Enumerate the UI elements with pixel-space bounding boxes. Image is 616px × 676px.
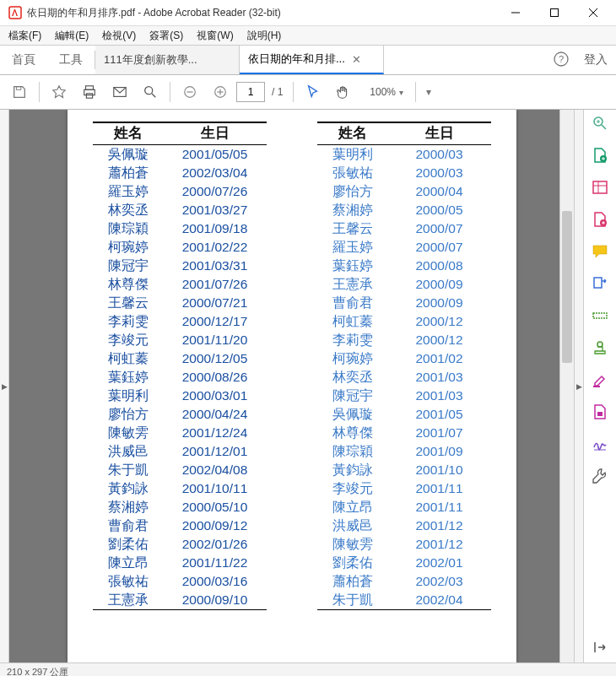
zoom-level[interactable]: 100% <box>370 86 396 98</box>
email-icon[interactable] <box>105 78 134 106</box>
table-row: 蕭柏蒼2002/03 <box>317 572 491 591</box>
cell-bday: 2001/03/31 <box>164 257 267 275</box>
vertical-scrollbar[interactable] <box>559 110 574 662</box>
table-row: 羅玉婷2000/07/26 <box>93 182 267 201</box>
table-row: 柯虹蓁2000/12 <box>317 312 491 331</box>
table-row: 陳冠宇2001/03 <box>317 387 491 405</box>
select-tool-icon[interactable] <box>299 78 327 106</box>
search-plus-icon[interactable] <box>592 115 608 132</box>
close-tab-icon[interactable]: ✕ <box>352 53 361 66</box>
cell-bday: 2000/04 <box>388 182 491 201</box>
table-row: 林尊傑2001/07/26 <box>93 275 267 294</box>
edit-pdf-icon[interactable] <box>592 211 608 228</box>
cell-name: 張敏祐 <box>317 164 388 182</box>
highlight-icon[interactable] <box>592 371 608 388</box>
svg-text:?: ? <box>559 54 564 64</box>
col-name: 姓名 <box>317 122 388 145</box>
cell-name: 林奕丞 <box>317 368 388 387</box>
left-panel-toggle[interactable]: ▶ <box>0 110 9 662</box>
doc-tab-2[interactable]: 依日期的年和月排... ✕ <box>240 46 384 74</box>
main-area: ▶ 姓名 生日 吳佩璇2001/05/05蕭柏蒼2002/03/04羅玉婷200… <box>0 110 616 662</box>
table-row: 李竣元2001/11 <box>317 479 491 498</box>
menu-file[interactable]: 檔案(F) <box>5 28 45 44</box>
sign-icon[interactable] <box>592 435 608 452</box>
tab-home[interactable]: 首頁 <box>0 46 47 74</box>
tab-tools[interactable]: 工具 <box>47 46 95 74</box>
table-row: 廖怡方2000/04/24 <box>93 405 267 424</box>
table-row: 柯虹蓁2000/12/05 <box>93 349 267 368</box>
save-file-icon[interactable] <box>592 403 608 420</box>
star-icon[interactable] <box>45 78 73 106</box>
more-tools-dropdown[interactable]: ▾ <box>426 86 431 98</box>
cell-name: 柯琬婷 <box>317 349 388 368</box>
cell-bday: 2000/05 <box>388 201 491 219</box>
cell-bday: 2000/05/10 <box>164 498 267 516</box>
help-icon[interactable]: ? <box>554 51 569 69</box>
cell-bday: 2000/07/21 <box>164 294 267 312</box>
cell-name: 王憲承 <box>317 275 388 294</box>
svg-rect-2 <box>551 9 559 17</box>
table-right: 姓名 生日 葉明利2000/03張敏祐2000/03廖怡方2000/04蔡湘婷2… <box>317 122 491 610</box>
cell-name: 陳琮穎 <box>93 219 164 238</box>
scrollbar-thumb[interactable] <box>562 211 572 363</box>
table-row: 蔡湘婷2000/05/10 <box>93 498 267 516</box>
cell-bday: 2000/09 <box>388 275 491 294</box>
table-row: 林尊傑2001/07 <box>317 424 491 442</box>
cell-name: 王馨云 <box>93 294 164 312</box>
cell-bday: 2001/09/18 <box>164 219 267 238</box>
zoom-dropdown-icon[interactable]: ▾ <box>399 88 403 97</box>
table-row: 吳佩璇2001/05/05 <box>93 145 267 165</box>
cell-name: 柯虹蓁 <box>317 312 388 331</box>
hand-tool-icon[interactable] <box>329 78 358 106</box>
table-row: 吳佩璇2001/05 <box>317 405 491 424</box>
comment-icon[interactable] <box>592 243 608 260</box>
table-row: 蕭柏蒼2002/03/04 <box>93 164 267 182</box>
maximize-button[interactable] <box>535 0 574 25</box>
table-row: 洪威邑2001/12 <box>317 516 491 535</box>
zoom-in-icon[interactable] <box>206 78 235 106</box>
print-icon[interactable] <box>75 78 104 106</box>
minimize-button[interactable] <box>496 0 535 25</box>
cell-bday: 2001/07/26 <box>164 275 267 294</box>
menu-sign[interactable]: 簽署(S) <box>146 28 186 44</box>
login-button[interactable]: 登入 <box>584 52 608 68</box>
table-row: 陳冠宇2001/03/31 <box>93 257 267 275</box>
close-button[interactable] <box>574 0 613 25</box>
cell-name: 朱于凱 <box>93 461 164 479</box>
cell-name: 蔡湘婷 <box>317 201 388 219</box>
cell-bday: 2000/09 <box>388 294 491 312</box>
collapse-panel-icon[interactable] <box>592 639 608 656</box>
table-row: 葉明利2000/03/01 <box>93 387 267 405</box>
title-bar: 依日期的年和月排序.pdf - Adobe Acrobat Reader (32… <box>0 0 616 26</box>
toolbar: / 1 100% ▾ ▾ <box>0 75 616 110</box>
table-row: 葉明利2000/03 <box>317 145 491 165</box>
cell-name: 羅玉婷 <box>93 182 164 201</box>
layout-icon[interactable] <box>592 179 608 196</box>
page-number-input[interactable] <box>236 82 265 102</box>
search-icon[interactable] <box>136 78 165 106</box>
measure-icon[interactable] <box>592 307 608 324</box>
menu-edit[interactable]: 編輯(E) <box>51 28 92 44</box>
stamp-icon[interactable] <box>592 339 608 356</box>
table-row: 王憲承2000/09 <box>317 275 491 294</box>
table-row: 黃鈞詠2001/10 <box>317 461 491 479</box>
right-panel-toggle[interactable]: ▶ <box>574 110 583 662</box>
table-row: 林奕丞2001/03/27 <box>93 201 267 219</box>
cell-bday: 2000/09/10 <box>164 591 267 610</box>
document-viewport[interactable]: 姓名 生日 吳佩璇2001/05/05蕭柏蒼2002/03/04羅玉婷2000/… <box>9 110 574 662</box>
cell-bday: 2002/03 <box>388 572 491 591</box>
table-row: 張敏祐2000/03 <box>317 164 491 182</box>
menu-window[interactable]: 視窗(W) <box>193 28 236 44</box>
more-tools-icon[interactable] <box>592 468 608 484</box>
menu-help[interactable]: 說明(H) <box>244 28 285 44</box>
table-row: 廖怡方2000/04 <box>317 182 491 201</box>
menu-view[interactable]: 檢視(V) <box>99 28 139 44</box>
doc-tab-1[interactable]: 111年度創新教學... <box>95 46 240 74</box>
create-pdf-icon[interactable] <box>592 147 608 164</box>
table-row: 陳立昂2001/11 <box>317 498 491 516</box>
save-icon[interactable] <box>5 78 34 106</box>
status-bar: 210 x 297 公厘 <box>0 662 616 676</box>
export-icon[interactable] <box>592 275 608 292</box>
svg-rect-8 <box>86 86 94 90</box>
zoom-out-icon[interactable] <box>176 78 204 106</box>
